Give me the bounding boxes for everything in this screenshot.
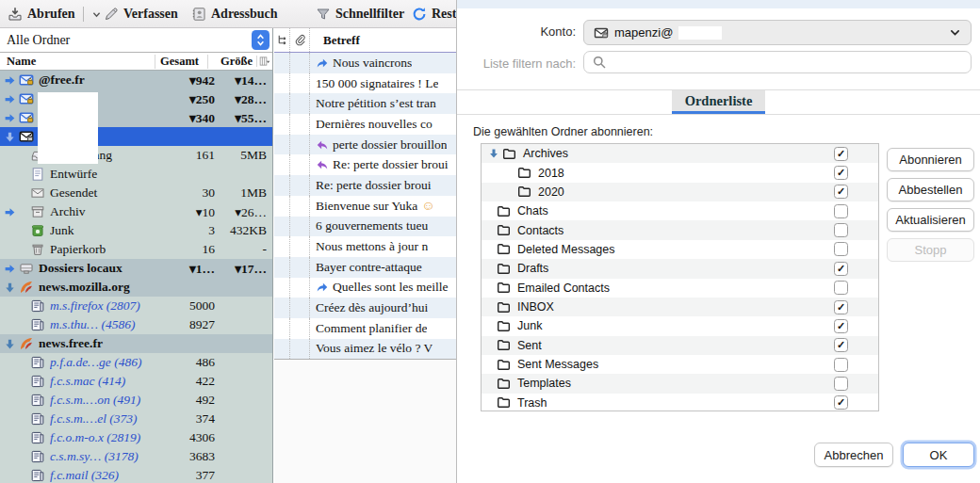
subscribe-checkbox[interactable] (834, 242, 848, 256)
toolbar-button-write[interactable]: Verfassen (104, 0, 178, 28)
message-subject-text: Quelles sont les meille (333, 280, 449, 295)
filter-label: Liste filtern nach: (457, 56, 576, 71)
folder-row[interactable]: f.c.o.m-o.x (2819) 4306 (0, 428, 272, 447)
folder-icon (517, 185, 531, 199)
subscribe-checkbox[interactable] (834, 223, 848, 237)
folder-row[interactable]: Dossiers locaux ▾1… ▾17… (0, 259, 272, 278)
stop-button[interactable]: Stopp (887, 238, 974, 262)
folder-row[interactable]: f.c.s.m.…el (373) 374 (0, 410, 272, 428)
column-subject[interactable]: Betreff (310, 33, 360, 48)
column-name[interactable]: Name (0, 55, 155, 69)
folder-size: ▾26… (223, 204, 272, 220)
folder-row[interactable]: f.c.mail (326) 377 (0, 466, 272, 483)
folder-row[interactable]: m.s.thu… (4586) 8927 (0, 315, 272, 334)
dialog-folder-row[interactable]: Archives ✓ (482, 144, 878, 163)
folder-pane: Alle Ordner Name Gesamt Größe @free.fr ▾… (0, 28, 273, 483)
subscribe-checkbox[interactable] (834, 377, 848, 391)
folder-row[interactable]: Gesendet 30 1MB (0, 184, 272, 202)
folder-row[interactable]: Junk 3 432KB (0, 221, 272, 240)
folder-row[interactable]: news.free.fr (0, 334, 272, 353)
column-total[interactable]: Gesamt (155, 55, 207, 69)
attachment-cell (290, 114, 310, 135)
twisty-arrow-down-steel-icon[interactable] (0, 338, 19, 350)
subscribe-checkbox[interactable]: ✓ (834, 338, 848, 352)
dialog-folder-row[interactable]: 2020 ✓ (482, 183, 878, 201)
account-dropdown[interactable]: mapenzi@ (583, 20, 972, 45)
newsgroup-icon (30, 298, 45, 314)
folder-name: Archiv (50, 204, 171, 219)
subscribe-checkbox[interactable]: ✓ (834, 166, 848, 180)
news-icon (19, 336, 34, 351)
reload-icon (412, 7, 427, 22)
folder-total-count: 492 (171, 393, 223, 408)
message-subject: Vous aimez le vélo ? V (310, 341, 433, 356)
cancel-button[interactable]: Abbrechen (814, 443, 893, 467)
dialog-folder-row[interactable]: INBOX ✓ (482, 298, 878, 316)
folder-row[interactable]: m.s.firefox (2807) 5000 (0, 297, 272, 315)
folder-column-headers[interactable]: Name Gesamt Größe (0, 53, 272, 71)
twisty-arrow-down-light-icon[interactable] (0, 131, 19, 143)
dialog-folder-name: INBOX (517, 300, 554, 314)
folder-row[interactable]: Entwürfe (0, 165, 272, 184)
folder-row[interactable]: p.f.a.de…ge (486) 486 (0, 353, 272, 372)
subscribe-checkbox[interactable]: ✓ (834, 262, 848, 276)
column-picker-icon[interactable] (256, 56, 272, 67)
toolbar-button-get-messages[interactable]: Abrufen (8, 0, 102, 28)
subscribe-checkbox[interactable]: ✓ (834, 300, 848, 314)
folder-pane-mode-header[interactable]: Alle Ordner (0, 28, 272, 53)
subscribe-checkbox[interactable]: ✓ (834, 185, 848, 199)
dialog-folder-row[interactable]: Chats (482, 201, 878, 220)
folder-row[interactable]: Papierkorb 16 - (0, 240, 272, 259)
twisty-arrow-down-steel-icon[interactable] (0, 282, 19, 294)
ok-button[interactable]: OK (903, 443, 974, 467)
folder-row[interactable]: f.c.s.m.…on (491) 492 (0, 391, 272, 410)
dialog-folder-row[interactable]: Contacts (482, 220, 878, 239)
twisty-arrow-down-icon[interactable] (485, 148, 502, 159)
subscribe-button[interactable]: Abonnieren (887, 148, 974, 171)
twisty-arrow-right-icon[interactable] (0, 263, 19, 275)
folder-row[interactable]: Archiv ▾10 ▾26… (0, 202, 272, 221)
folder-row[interactable]: @free.fr ▾942 ▾14… (0, 71, 272, 89)
filter-search-field[interactable] (583, 51, 972, 73)
dialog-folder-row[interactable]: Junk ✓ (482, 316, 878, 335)
thread-cell (274, 257, 290, 278)
dialog-folder-row[interactable]: Deleted Messages (482, 240, 878, 259)
toolbar-button-address-book[interactable]: Adressbuch (191, 0, 278, 28)
dialog-folder-row[interactable]: Emailed Contacts (482, 279, 878, 298)
dialog-folder-row[interactable]: Sent ✓ (482, 336, 878, 355)
dialog-folder-row[interactable]: Trash ✓ (482, 394, 878, 411)
refresh-button[interactable]: Aktualisieren (887, 208, 974, 232)
subscribe-checkbox[interactable] (834, 358, 848, 372)
folder-row[interactable]: f.c.s.mac (414) 422 (0, 372, 272, 391)
thread-column-icon[interactable] (274, 28, 290, 52)
attachment-cell (290, 154, 310, 175)
folder-total-count: ▾10 (171, 204, 223, 220)
folder-row[interactable]: c.s.m.sy… (3178) 3683 (0, 447, 272, 466)
toolbar-button-quick-filter[interactable]: Schnellfilter (316, 0, 404, 28)
attachment-cell (290, 257, 310, 278)
folder-row[interactable]: news.mozilla.org (0, 278, 272, 297)
twisty-arrow-right-icon[interactable] (0, 112, 19, 124)
subscribe-checkbox[interactable]: ✓ (834, 319, 848, 333)
subscribe-checkbox[interactable]: ✓ (834, 147, 848, 161)
tab-folder-list[interactable]: Ordnerliste (672, 90, 766, 114)
twisty-arrow-right-icon[interactable] (0, 206, 19, 218)
twisty-arrow-right-icon[interactable] (0, 93, 19, 105)
subscribe-checkbox[interactable] (834, 204, 848, 218)
filter-search-input[interactable] (612, 56, 963, 70)
subscribe-checkbox[interactable]: ✓ (834, 395, 848, 410)
folder-total-count: 30 (171, 185, 223, 201)
column-size[interactable]: Größe (207, 55, 256, 69)
dialog-folder-name: Templates (517, 377, 571, 390)
attachment-column-icon[interactable] (290, 28, 310, 52)
dialog-folder-row[interactable]: Drafts ✓ (482, 259, 878, 278)
subscribe-checkbox[interactable] (834, 281, 848, 295)
dialog-folder-name: Chats (517, 204, 548, 217)
dialog-folder-row[interactable]: 2018 ✓ (482, 163, 878, 182)
twisty-arrow-right-icon[interactable] (0, 74, 19, 87)
message-subject: Quelles sont les meille (310, 280, 449, 295)
unsubscribe-button[interactable]: Abbestellen (887, 178, 974, 201)
dialog-folder-row[interactable]: Sent Messages (482, 355, 878, 374)
folder-mode-stepper[interactable] (252, 30, 270, 50)
dialog-folder-row[interactable]: Templates (482, 374, 878, 393)
